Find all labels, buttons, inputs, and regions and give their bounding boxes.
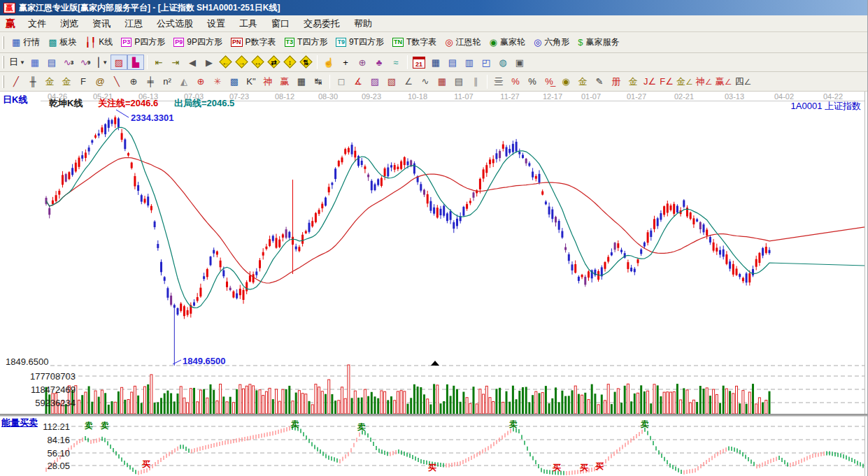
percent-red-tool-icon[interactable]: % xyxy=(507,74,524,89)
web1-tool-icon[interactable]: ✳ xyxy=(209,74,226,89)
grid-tool-icon[interactable]: ╫ xyxy=(24,74,41,89)
grid123-tool-icon[interactable]: ▦ xyxy=(293,74,310,89)
expand-x-diamond-icon[interactable]: ↔ xyxy=(250,55,266,70)
gann-wheel-button[interactable]: ◎江恩轮 xyxy=(441,35,485,50)
magnify-tool-icon[interactable]: ⊕ xyxy=(354,55,371,70)
9p-square-button[interactable]: P99P四方形 xyxy=(169,35,227,50)
gold-level-tool-icon[interactable]: 金 xyxy=(625,74,641,89)
wave3-icon[interactable]: ∿3 xyxy=(60,55,77,70)
menu-item-公式选股[interactable]: 公式选股 xyxy=(150,16,200,31)
prev-icon[interactable]: ◀ xyxy=(184,55,201,70)
box-select-tool-icon[interactable]: ◻ xyxy=(333,74,350,89)
shen-grid-tool-icon[interactable]: 神 xyxy=(259,74,276,89)
levels-tool-icon[interactable]: 亖 xyxy=(490,74,507,89)
last-page-icon[interactable]: ⇥ xyxy=(167,55,184,70)
web-export-icon[interactable]: ◍ xyxy=(495,55,511,70)
t-number-table-button[interactable]: TNT数字表 xyxy=(388,35,441,50)
compress-x-diamond-icon[interactable]: ⇄ xyxy=(266,55,282,70)
width-arrows-tool-icon[interactable]: ↹ xyxy=(310,74,327,89)
panel-tool-icon[interactable]: ▤ xyxy=(450,74,467,89)
pen-tool-icon[interactable]: ╱ xyxy=(8,74,24,89)
menu-item-资讯[interactable]: 资讯 xyxy=(85,16,118,31)
winner-service-button[interactable]: $赢家服务 xyxy=(574,35,623,50)
p-square-button[interactable]: P3P四方形 xyxy=(117,35,169,50)
wave9-icon[interactable]: ∿9 xyxy=(77,55,94,70)
f-grid-tool-icon[interactable]: F xyxy=(75,74,92,89)
calendar-icon[interactable]: 21 xyxy=(411,55,427,70)
toolbar-grip[interactable] xyxy=(2,36,4,49)
kquote-tool-icon[interactable]: K" xyxy=(243,74,259,89)
compress-y-diamond-icon[interactable]: ⇅ xyxy=(298,55,314,70)
menu-item-浏览[interactable]: 浏览 xyxy=(53,16,85,31)
calculator-icon[interactable]: ▦ xyxy=(427,55,444,70)
hand-tool-icon[interactable]: ☝ xyxy=(320,55,337,70)
menu-item-交易委托[interactable]: 交易委托 xyxy=(297,16,347,31)
p-number-table-button[interactable]: PNP数字表 xyxy=(227,35,280,50)
gold-grid2-tool-icon[interactable]: 金 xyxy=(58,74,75,89)
9t-square-button[interactable]: T99T四方形 xyxy=(332,35,388,50)
info-doc-icon[interactable]: ▤ xyxy=(43,55,60,70)
menu-item-窗口[interactable]: 窗口 xyxy=(264,16,297,31)
crosshair-tool-icon[interactable]: + xyxy=(337,55,354,70)
gold-grid-tool-icon[interactable]: 金 xyxy=(41,74,58,89)
menu-item-文件[interactable]: 文件 xyxy=(21,16,53,31)
four-angle-tool-icon[interactable]: 四∠ xyxy=(733,74,753,89)
ying-grid-tool-icon[interactable]: 赢 xyxy=(276,74,293,89)
candle-style-dropdown[interactable]: ⎮▼ xyxy=(94,55,111,70)
n2-tool-icon[interactable]: n² xyxy=(159,74,176,89)
next-icon[interactable]: ▶ xyxy=(201,55,218,70)
percent-tool-icon[interactable]: % xyxy=(524,74,541,89)
toolbar-grip[interactable] xyxy=(2,75,4,88)
brush-tool-icon[interactable]: ╲ xyxy=(108,74,125,89)
dense-grid-tool-icon[interactable]: ▦ xyxy=(434,74,450,89)
menu-item-设置[interactable]: 设置 xyxy=(200,16,232,31)
menu-item-工具[interactable]: 工具 xyxy=(232,16,264,31)
net-chart-icon[interactable]: ▦ xyxy=(27,55,43,70)
percent-line-tool-icon[interactable]: %̲ xyxy=(541,74,557,89)
j-angle-tool-icon[interactable]: J∠ xyxy=(641,74,658,89)
target-tool-icon[interactable]: ⊕ xyxy=(192,74,209,89)
trend-angle-tool-icon[interactable]: ∠ xyxy=(400,74,417,89)
gold-lines-tool-icon[interactable]: 金 xyxy=(574,74,591,89)
expand-y-diamond-icon[interactable]: ↕ xyxy=(282,55,298,70)
gold-circle-tool-icon[interactable]: ◉ xyxy=(557,74,574,89)
ying-angle-tool-icon[interactable]: 赢∠ xyxy=(714,74,734,89)
shen-angle-tool-icon[interactable]: 神∠ xyxy=(695,74,714,89)
gann-tool-icon[interactable]: ♣ xyxy=(371,55,387,70)
angle-mirror-tool-icon[interactable]: ◭ xyxy=(176,74,192,89)
spiral-tool-icon[interactable]: @ xyxy=(92,74,108,89)
panel-splitter[interactable] xyxy=(0,414,868,417)
notes-icon[interactable]: ▥ xyxy=(461,55,478,70)
histogram-icon[interactable]: ▙ xyxy=(127,55,144,70)
pen2-tool-icon[interactable]: ✎ xyxy=(591,74,608,89)
menu-item-江恩[interactable]: 江恩 xyxy=(118,16,150,31)
shaded-box-tool-icon[interactable]: ▨ xyxy=(367,74,383,89)
report-icon[interactable]: ▤ xyxy=(444,55,461,70)
sectors-button[interactable]: ▩板块 xyxy=(44,35,80,50)
first-page-icon[interactable]: ⇤ xyxy=(150,55,167,70)
qiankun-pattern-icon[interactable]: ▨ xyxy=(111,55,127,70)
hash-tool-icon[interactable]: ╪ xyxy=(142,74,159,89)
parallel-tool-icon[interactable]: ∥ xyxy=(467,74,484,89)
web2-tool-icon[interactable]: ▩ xyxy=(226,74,243,89)
period-day-dropdown[interactable]: 日▼ xyxy=(8,55,27,70)
t-square-button[interactable]: T3T四方形 xyxy=(280,35,332,50)
winner-wheel-button[interactable]: ◉赢家轮 xyxy=(485,35,529,50)
zoom-in-x-diamond-icon[interactable]: → xyxy=(234,55,250,70)
print-icon[interactable]: ▣ xyxy=(511,55,528,70)
toolbar-grip[interactable] xyxy=(2,56,4,68)
channel-tool-icon[interactable]: 册 xyxy=(608,74,625,89)
f-angle-tool-icon[interactable]: F∠ xyxy=(658,74,675,89)
chart-area[interactable]: 04-2605-2106-1307-0307-2308-1208-3009-23… xyxy=(0,92,868,476)
menu-item-帮助[interactable]: 帮助 xyxy=(347,16,379,31)
quotes-button[interactable]: ▦行情 xyxy=(8,35,44,50)
hexagon-button[interactable]: ◎六角形 xyxy=(529,35,574,50)
title-bar[interactable]: 赢 赢家江恩专业版[赢家内部服务平台] - [上证指数 SH1A0001-251… xyxy=(0,0,867,15)
kline-button[interactable]: ╽╿K线 xyxy=(81,35,118,50)
zigzag-tool-icon[interactable]: ∿ xyxy=(417,74,434,89)
net-box-tool-icon[interactable]: ▧ xyxy=(383,74,400,89)
zoom-out-x-diamond-icon[interactable]: ← xyxy=(218,55,234,70)
compass-tool-icon[interactable]: ⊕ xyxy=(125,74,142,89)
wave-tool-icon[interactable]: ≈ xyxy=(387,55,404,70)
gold-angle-tool-icon[interactable]: 金∠ xyxy=(675,74,695,89)
